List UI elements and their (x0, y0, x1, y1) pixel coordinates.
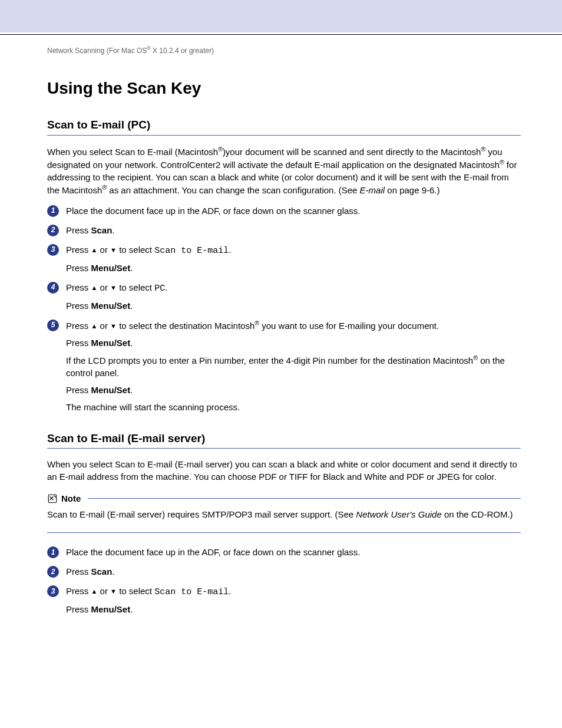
step-number-icon: 3 (47, 244, 59, 256)
step-2: 2 Press Scan. (47, 565, 521, 578)
text: Press (66, 385, 91, 395)
step-number-icon: 1 (47, 546, 59, 558)
text: as an attachment. You can change the sca… (107, 185, 359, 195)
up-arrow-icon: ▲ (91, 246, 98, 255)
note-icon (47, 493, 58, 504)
text: . (130, 385, 133, 395)
key-label: Menu/Set (91, 604, 131, 614)
step-body: Place the document face up in the ADF, o… (66, 205, 521, 217)
cross-ref-link[interactable]: E-mail (360, 185, 385, 195)
step-body: Press ▲ or ▼ to select the destination M… (66, 319, 521, 413)
note-rule (88, 498, 521, 499)
note-label: Note (61, 492, 81, 505)
text: Press (66, 321, 91, 331)
text: . (112, 225, 114, 235)
text: to select the destination Macintosh (117, 321, 254, 331)
reg-mark: ® (254, 319, 259, 327)
step-body: Press ▲ or ▼ to select Scan to E-mail. P… (66, 585, 521, 615)
step-body: Press ▲ or ▼ to select Scan to E-mail. P… (66, 243, 521, 274)
step-3: 3 Press ▲ or ▼ to select Scan to E-mail.… (47, 585, 521, 615)
lcd-text: Scan to E-mail (154, 246, 229, 256)
reg-mark: ® (218, 146, 223, 153)
down-arrow-icon: ▼ (110, 246, 117, 255)
section2-intro: When you select Scan to E-mail (E-mail s… (47, 458, 521, 483)
text: . (112, 566, 114, 577)
text: . (165, 282, 167, 292)
key-label: Scan (91, 566, 113, 577)
section-heading-scan-pc: Scan to E-mail (PC) (47, 117, 521, 136)
step-text: Press ▲ or ▼ to select PC. (66, 281, 521, 295)
step-body: Press Scan. (66, 565, 521, 578)
up-arrow-icon: ▲ (91, 284, 98, 292)
section1-intro: When you select Scan to E-mail (Macintos… (47, 145, 521, 196)
note-block: Note Scan to E-mail (E-mail server) requ… (47, 492, 521, 533)
step-3: 3 Press ▲ or ▼ to select Scan to E-mail.… (47, 243, 521, 274)
step-text: Press Menu/Set. (66, 603, 521, 615)
down-arrow-icon: ▼ (110, 587, 117, 596)
step-text: If the LCD prompts you to enter a Pin nu… (66, 354, 521, 379)
step-number-icon: 5 (47, 319, 59, 331)
up-arrow-icon: ▲ (91, 322, 98, 331)
text: Scan to E-mail (E-mail server) requires … (47, 509, 356, 519)
running-header: Network Scanning (For Mac OS® X 10.2.4 o… (47, 45, 521, 56)
text: . (130, 263, 133, 273)
step-text: Press Scan. (66, 565, 521, 578)
text: If the LCD prompts you to enter a Pin nu… (66, 355, 473, 365)
lcd-text: Scan to E-mail (154, 587, 229, 597)
text: Press (66, 282, 91, 292)
top-rule (0, 34, 562, 35)
step-number-icon: 2 (47, 225, 59, 236)
step-body: Press ▲ or ▼ to select PC. Press Menu/Se… (66, 281, 521, 312)
step-text: Place the document face up in the ADF, o… (66, 546, 521, 558)
step-text: Press Menu/Set. (66, 337, 521, 349)
key-label: Menu/Set (91, 263, 131, 273)
text: on page 9-6.) (385, 185, 439, 195)
section-heading-scan-server: Scan to E-mail (E-mail server) (47, 431, 521, 449)
step-body: Place the document face up in the ADF, o… (66, 546, 521, 558)
text: or (97, 586, 110, 596)
text: you want to use for E-mailing your docum… (259, 321, 439, 331)
lcd-text: PC (154, 284, 165, 294)
step-number-icon: 2 (47, 566, 59, 578)
running-header-post: X 10.2.4 or greater) (151, 47, 214, 55)
text: or (97, 321, 110, 331)
text: to select (117, 282, 154, 292)
key-label: Menu/Set (91, 385, 131, 395)
text: . (130, 301, 133, 311)
step-text: Press ▲ or ▼ to select Scan to E-mail. (66, 585, 521, 598)
step-1: 1 Place the document face up in the ADF,… (47, 546, 521, 558)
step-text: The machine will start the scanning proc… (66, 401, 521, 413)
page-title: Using the Scan Key (47, 77, 521, 100)
text: . (229, 245, 231, 255)
text: When you select Scan to E-mail (Macintos… (47, 147, 218, 157)
text: Press (66, 263, 91, 273)
reg-mark: ® (500, 159, 504, 166)
key-label: Menu/Set (91, 338, 131, 348)
down-arrow-icon: ▼ (110, 322, 117, 331)
text: Press (66, 245, 91, 255)
step-2: 2 Press Scan. (47, 224, 521, 236)
top-band (0, 0, 562, 32)
step-number-icon: 3 (47, 585, 59, 597)
step-number-icon: 1 (47, 205, 59, 217)
step-text: Press Menu/Set. (66, 262, 521, 274)
text: to select (117, 586, 154, 596)
step-number-icon: 4 (47, 282, 59, 294)
text: . (130, 604, 133, 614)
text: on the CD-ROM.) (442, 509, 513, 519)
note-bottom-rule (47, 532, 521, 533)
note-header: Note (47, 492, 521, 505)
step-text: Place the document face up in the ADF, o… (66, 205, 521, 217)
text: Press (66, 301, 91, 311)
note-text: Scan to E-mail (E-mail server) requires … (47, 508, 521, 521)
text: to select (117, 245, 154, 255)
text: or (97, 282, 110, 292)
text: )your document will be scanned and sent … (223, 147, 481, 157)
text: . (229, 586, 231, 596)
step-5: 5 Press ▲ or ▼ to select the destination… (47, 319, 521, 413)
page-content: 10 Network Scanning (For Mac OS® X 10.2.… (0, 45, 562, 615)
step-1: 1 Place the document face up in the ADF,… (47, 205, 521, 217)
reg-mark: ® (473, 354, 478, 361)
section1-steps: 1 Place the document face up in the ADF,… (47, 205, 521, 413)
cross-ref-link[interactable]: Network User's Guide (356, 509, 441, 519)
